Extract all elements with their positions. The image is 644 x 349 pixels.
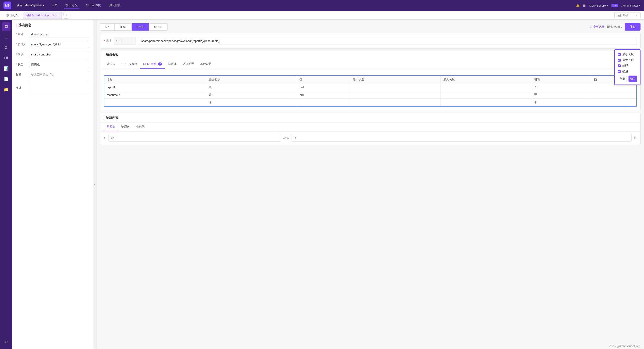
- api-tab-api[interactable]: API: [100, 23, 114, 31]
- nav-api-def[interactable]: 接口定义: [64, 3, 80, 9]
- name-label: 名称: [16, 32, 29, 36]
- form-row-module: 模块 share-controller: [16, 51, 89, 58]
- th-encoding: 编码: [531, 76, 592, 83]
- checkbox-encoding[interactable]: [618, 65, 621, 67]
- td-name-2[interactable]: [104, 99, 206, 107]
- sidebar-icons: 🖥 ☰ ⚙ UI 📊 📄 📁 ⚙: [0, 20, 12, 349]
- owner-select[interactable]: youly (liyuan.you@fit2cl: [29, 41, 89, 48]
- sub-tab-body[interactable]: 请求体: [165, 60, 180, 69]
- td-min-0[interactable]: [350, 83, 440, 91]
- module-select[interactable]: share-controller: [29, 51, 89, 58]
- basic-info-title: 基础信息: [16, 23, 89, 27]
- td-enc-2[interactable]: 否: [531, 99, 592, 107]
- params-section: 请求参数 请求头 QUERY参数 REST参数 2 请求体 认证配置 其他设置 …: [100, 50, 640, 110]
- collapse-handle[interactable]: ‹: [93, 20, 96, 349]
- td-max-0[interactable]: [440, 83, 531, 91]
- star-icon: ☆: [590, 25, 592, 29]
- sidebar-icon-settings[interactable]: ⚙: [2, 338, 10, 346]
- td-value-2[interactable]: [297, 99, 350, 107]
- response-tab-header[interactable]: 响应头: [104, 123, 118, 131]
- save-button[interactable]: 保存: [625, 23, 640, 31]
- popup-confirm-button[interactable]: 确定: [628, 76, 637, 82]
- td-value-0[interactable]: null: [297, 83, 350, 91]
- td-max-1[interactable]: [440, 91, 531, 99]
- menu-icon[interactable]: ☰: [583, 4, 586, 7]
- sidebar-icon-monitor[interactable]: 🖥: [2, 22, 10, 31]
- params-sub-tabs: 请求头 QUERY参数 REST参数 2 请求体 认证配置 其他设置: [100, 60, 640, 69]
- env-select[interactable]: 运行环境 ▾: [614, 12, 640, 18]
- check-encoding[interactable]: 编码: [618, 64, 637, 68]
- add-tab-button[interactable]: +: [64, 12, 70, 19]
- response-tab-body[interactable]: 响应体: [118, 123, 133, 131]
- td-desc-2[interactable]: [591, 99, 636, 107]
- sub-tab-rest[interactable]: REST参数 2: [140, 60, 165, 69]
- td-required-2: 否: [206, 99, 297, 107]
- response-content: ↑↓ 0/400 🗑: [100, 132, 640, 144]
- popup-cancel-button[interactable]: 取消: [618, 76, 627, 82]
- api-tab-case[interactable]: CASE: [132, 23, 149, 31]
- sub-tab-auth[interactable]: 认证配置: [180, 60, 197, 69]
- tag-input[interactable]: [29, 71, 89, 78]
- sub-tab-query[interactable]: QUERY参数: [118, 60, 140, 69]
- sidebar-icon-folder[interactable]: 📁: [2, 85, 10, 94]
- th-min-length: 最小长度: [350, 76, 440, 83]
- name-input[interactable]: [29, 31, 89, 38]
- checkbox-min-length[interactable]: [618, 53, 621, 56]
- resp-value-input[interactable]: [291, 134, 632, 142]
- sidebar-icon-api[interactable]: ⚙: [2, 43, 10, 52]
- sidebar-icon-list[interactable]: ☰: [2, 33, 10, 42]
- checkbox-max-length[interactable]: [618, 59, 621, 62]
- td-name-1[interactable]: resourceId: [104, 91, 206, 99]
- tab-edit[interactable]: 编辑接口-downloadLog ✕: [23, 12, 62, 19]
- url-input[interactable]: [138, 37, 637, 45]
- request-section: * 请求 GET: [100, 33, 640, 49]
- api-tab-test[interactable]: TEST: [114, 23, 132, 31]
- changelog-link[interactable]: ☆ 变更记录: [590, 25, 604, 29]
- project-name[interactable]: 项目: MeterSphere ▾: [16, 4, 44, 8]
- response-tab-status[interactable]: 状态码: [133, 123, 148, 131]
- sub-tab-other[interactable]: 其他设置: [197, 60, 214, 69]
- platform-name[interactable]: MeterSphere ▾: [589, 4, 608, 7]
- td-name-0[interactable]: reportId: [104, 83, 206, 91]
- td-desc-1[interactable]: [591, 91, 636, 99]
- user-menu[interactable]: Administrator ▾: [622, 4, 640, 7]
- sidebar-icon-chart[interactable]: 📊: [2, 64, 10, 73]
- nav-api-auto[interactable]: 接口自动化: [84, 3, 102, 9]
- form-row-name: 名称: [16, 31, 89, 38]
- sub-tab-headers[interactable]: 请求头: [104, 60, 118, 69]
- desc-textarea[interactable]: [29, 81, 89, 94]
- sort-arrows[interactable]: ↑↓: [104, 136, 107, 140]
- check-min-length[interactable]: 最小长度: [618, 53, 637, 56]
- response-title-row: 响应内容: [100, 113, 640, 123]
- response-tabs: 响应头 响应体 状态码: [100, 123, 640, 132]
- close-tab-icon[interactable]: ✕: [56, 14, 58, 17]
- td-min-2[interactable]: [350, 99, 440, 107]
- resp-key-input[interactable]: [108, 134, 281, 142]
- bell-icon[interactable]: 🔔: [576, 4, 580, 7]
- api-tab-group: API TEST CASE MOCK: [100, 23, 168, 31]
- sidebar-icon-doc[interactable]: 📄: [2, 75, 10, 83]
- tag-label: 标签: [16, 73, 29, 77]
- delete-row-icon[interactable]: 🗑: [633, 136, 637, 140]
- check-description[interactable]: 描述: [618, 70, 637, 73]
- api-tab-mock[interactable]: MOCK: [149, 23, 168, 31]
- column-toggle-popup: 最小长度 最大长度 编码 描述 取消 确定: [614, 49, 640, 85]
- request-label: * 请求: [104, 39, 111, 43]
- table-row: resourceId 是 null 否: [104, 91, 636, 99]
- params-title-row: 请求参数: [100, 51, 640, 60]
- response-input-row: ↑↓ 0/400 🗑: [104, 134, 637, 142]
- tab-list[interactable]: 接口列表: [4, 12, 21, 19]
- td-enc-0[interactable]: 否: [531, 83, 592, 91]
- td-min-1[interactable]: [350, 91, 440, 99]
- td-value-1[interactable]: null: [297, 91, 350, 99]
- form-row-tag: 标签: [16, 71, 89, 78]
- nav-home[interactable]: 首页: [50, 3, 60, 9]
- check-max-length[interactable]: 最大长度: [618, 58, 637, 62]
- sidebar-icon-ui[interactable]: UI: [2, 54, 10, 63]
- td-enc-1[interactable]: 否: [531, 91, 592, 99]
- status-select[interactable]: 已完成: [29, 61, 89, 68]
- td-max-2[interactable]: [440, 99, 531, 107]
- nav-test-report[interactable]: 测试报告: [107, 3, 123, 9]
- method-select[interactable]: GET: [114, 37, 136, 45]
- checkbox-description[interactable]: [618, 70, 621, 73]
